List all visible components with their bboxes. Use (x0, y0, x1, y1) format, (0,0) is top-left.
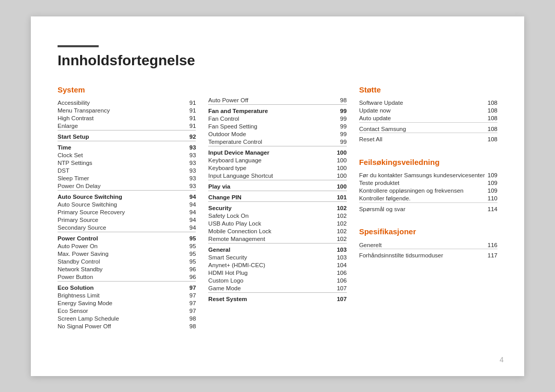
toc-item-label: Kontrollere oppløsningen og frekvensen (359, 187, 486, 195)
toc-section-page: 94 (180, 190, 196, 201)
toc-item-page: 97 (180, 307, 196, 315)
toc-item-page: 95 (180, 258, 196, 266)
toc-section-page: 97 (180, 281, 196, 292)
toc-item-row: Power Button96 (58, 273, 196, 282)
toc-section-row: General103 (208, 243, 346, 254)
toc-item-row: Update now108 (359, 107, 497, 115)
toc-item-row: Clock Set93 (58, 152, 196, 159)
toc-item-row: Forhåndsinnstilte tidsurmoduser117 (359, 249, 497, 259)
toc-item-page: 106 (325, 277, 347, 285)
toc-item-row: Power On Delay93 (58, 182, 196, 191)
toc-section-row: Start Setup92 (58, 130, 196, 141)
toc-item-page: 94 (180, 224, 196, 232)
toc-section-page: 100 (325, 146, 347, 157)
toc-item-label: Energy Saving Mode (58, 300, 180, 307)
toc-section-row: Auto Source Switching94 (58, 190, 196, 201)
toc-section-row: Reset System107 (208, 292, 346, 303)
toc-item-label: Menu Transparency (58, 107, 180, 115)
toc-item-page: 109 (486, 179, 497, 187)
toc-item-row: Custom Logo106 (208, 277, 346, 285)
toc-item-label: Keyboard Language (208, 157, 325, 164)
toc-section-row: Play via100 (208, 180, 346, 191)
toc-section-label: Change PIN (208, 191, 325, 201)
toc-section-label: Reset System (208, 292, 325, 303)
toc-item-label: Teste produktet (359, 179, 486, 187)
toc-item-page: 94 (180, 201, 196, 209)
toc-item-label: Fan Control (208, 115, 325, 123)
toc-item-row: Sleep Timer93 (58, 175, 196, 182)
toc-item-label: Smart Security (208, 254, 325, 262)
toc-item-page: 100 (325, 172, 347, 180)
toc-item-label: Auto Power Off (208, 97, 325, 105)
toc-item-label: Fan Speed Setting (208, 123, 325, 130)
toc-section-page: 100 (325, 180, 347, 191)
toc-section-row: Eco Solution97 (58, 281, 196, 292)
section-title-1: Feilsøkingsveiledning (359, 158, 497, 166)
section-title-system: System (58, 85, 196, 94)
toc-section-page: 103 (325, 243, 347, 254)
toc-section-page: 101 (325, 191, 347, 201)
toc-item-label: Power Button (58, 273, 180, 282)
toc-item-page: 93 (180, 175, 196, 182)
toc-item-label: Screen Lamp Schedule (58, 315, 180, 323)
toc-item-page: 104 (325, 262, 347, 269)
toc-item-page: 102 (325, 235, 347, 244)
toc-item-page: 99 (325, 130, 347, 138)
toc-item-row: Game Mode107 (208, 285, 346, 293)
toc-item-row: Teste produktet109 (359, 179, 497, 187)
toc-item-label: Power On Delay (58, 182, 180, 191)
toc-item-label: Network Standby (58, 266, 180, 273)
toc-table-col3-2: Generelt116Forhåndsinnstilte tidsurmodus… (359, 241, 497, 259)
col2: Auto Power Off98Fan and Temperature99Fan… (208, 85, 359, 330)
toc-item-label: Enlarge (58, 122, 180, 130)
toc-item-label: Brightness Limit (58, 292, 180, 300)
toc-item-page: 97 (180, 292, 196, 300)
toc-item-row: Smart Security103 (208, 254, 346, 262)
toc-item-page: 91 (180, 122, 196, 130)
toc-item-label: Accessibility (58, 99, 180, 107)
toc-item-label: Temperature Control (208, 138, 325, 146)
toc-item-label: Mobile Connection Lock (208, 228, 325, 235)
toc-section-label: Start Setup (58, 130, 180, 141)
toc-item-label: Input Language Shortcut (208, 172, 325, 180)
toc-section-row: Change PIN101 (208, 191, 346, 201)
toc-item-page: 95 (180, 250, 196, 258)
toc-section-label: Time (58, 141, 180, 152)
toc-item-page: 100 (325, 164, 347, 172)
toc-section-label: Input Device Manager (208, 146, 325, 157)
toc-item-row: Contact Samsung108 (359, 122, 497, 133)
toc-item-page: 91 (180, 115, 196, 122)
toc-section-row: Power Control95 (58, 232, 196, 242)
toc-item-label: Clock Set (58, 152, 180, 159)
toc-section-label: Auto Source Switching (58, 190, 180, 201)
toc-item-row: Network Standby96 (58, 266, 196, 273)
toc-item-row: Spørsmål og svar114 (359, 202, 497, 213)
toc-item-label: Remote Management (208, 235, 325, 244)
toc-item-page: 99 (325, 115, 347, 123)
toc-item-row: Eco Sensor97 (58, 307, 196, 315)
toc-item-page: 108 (469, 122, 497, 133)
toc-item-label: Keyboard type (208, 164, 325, 172)
toc-item-row: Kontroller følgende.110 (359, 195, 497, 203)
toc-item-row: Fan Control99 (208, 115, 346, 123)
toc-item-row: Anynet+ (HDMI-CEC)104 (208, 262, 346, 269)
toc-item-row: Primary Source94 (58, 216, 196, 224)
toc-item-page: 114 (486, 202, 497, 213)
toc-item-label: Generelt (359, 241, 480, 249)
toc-item-row: Enlarge91 (58, 122, 196, 130)
toc-item-label: Secondary Source (58, 224, 180, 232)
section-title-2: Spesifikasjoner (359, 227, 497, 236)
toc-item-label: Safety Lock On (208, 212, 325, 220)
toc-item-page: 116 (480, 241, 497, 249)
toc-section-label: Fan and Temperature (208, 104, 325, 115)
toc-item-row: Primary Source Recovery94 (58, 209, 196, 216)
toc-item-row: DST93 (58, 167, 196, 175)
toc-item-page: 98 (180, 315, 196, 323)
toc-section-label: General (208, 243, 325, 254)
toc-item-row: Før du kontakter Samsungs kundeservicese… (359, 172, 497, 179)
toc-item-row: Reset All108 (359, 133, 497, 143)
toc-item-page: 108 (469, 133, 497, 143)
toc-item-row: Mobile Connection Lock102 (208, 228, 346, 235)
toc-item-label: Primary Source (58, 216, 180, 224)
page-number: 4 (499, 356, 504, 364)
